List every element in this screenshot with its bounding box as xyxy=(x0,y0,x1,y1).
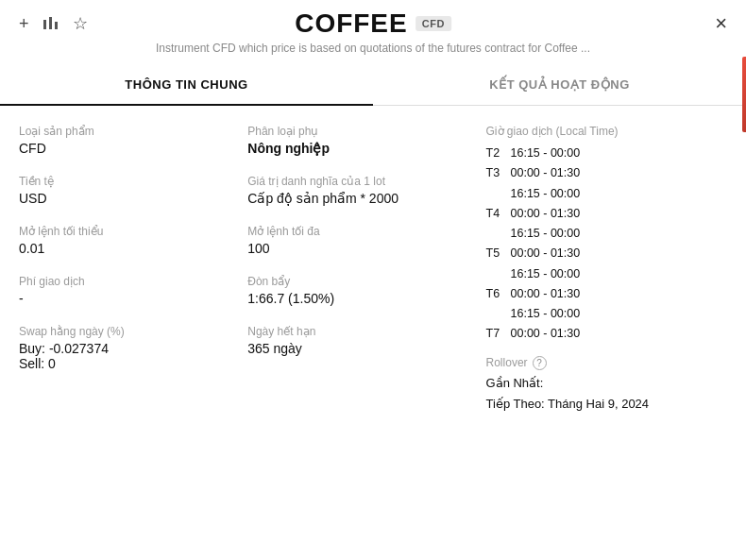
col-2: Phân loại phụ Nông nghiệp Giá trị danh n… xyxy=(247,125,476,545)
trading-row-t6-2: 16:15 - 00:00 xyxy=(486,304,727,324)
rollover-nearest: Gần Nhất: xyxy=(486,373,727,394)
trading-hours-table: T2 16:15 - 00:00 T3 00:00 - 01:30 16:15 … xyxy=(486,144,727,345)
field-ngay-het-han: Ngày hết hạn 365 ngày xyxy=(247,325,466,356)
rollover-help-icon[interactable]: ? xyxy=(533,356,547,370)
side-indicator xyxy=(742,57,746,132)
trading-row-t4-1: T4 00:00 - 01:30 xyxy=(486,204,727,224)
svg-rect-2 xyxy=(55,22,58,29)
chart-icon[interactable] xyxy=(42,15,59,33)
tab-content: Loại sản phẩm CFD Tiền tệ USD Mở lệnh tố… xyxy=(0,106,746,560)
svg-rect-1 xyxy=(49,17,52,29)
modal-container: + ☆ COFFEE CFD × Instrument CFD which pr… xyxy=(0,0,746,560)
close-button[interactable]: × xyxy=(715,13,727,34)
instrument-title: COFFEE xyxy=(295,8,408,39)
cfd-badge: CFD xyxy=(415,16,451,31)
trading-row-t3-2: 16:15 - 00:00 xyxy=(486,184,727,204)
tab-thong-tin-chung[interactable]: THÔNG TIN CHUNG xyxy=(0,64,373,105)
instrument-subtitle: Instrument CFD which price is based on q… xyxy=(0,42,746,64)
field-tien-te: Tiền tệ USD xyxy=(19,175,238,206)
field-gia-tri-danh-nghia: Giá trị danh nghĩa của 1 lot Cấp độ sản … xyxy=(247,175,466,206)
header-title-group: COFFEE CFD xyxy=(295,8,451,39)
trading-row-t4-2: 16:15 - 00:00 xyxy=(486,224,727,244)
header-actions: + ☆ xyxy=(19,13,88,34)
rollover-section: Rollover ? Gần Nhất: Tiếp Theo: Tháng Ha… xyxy=(486,356,727,415)
trading-row-t7: T7 00:00 - 01:30 xyxy=(486,324,727,344)
trading-row-t2: T2 16:15 - 00:00 xyxy=(486,144,727,163)
col-3: Giờ giao dịch (Local Time) T2 16:15 - 00… xyxy=(477,125,727,545)
field-phan-loai-phu: Phân loại phụ Nông nghiệp xyxy=(247,125,466,156)
trading-row-t6-1: T6 00:00 - 01:30 xyxy=(486,284,727,304)
rollover-next: Tiếp Theo: Tháng Hai 9, 2024 xyxy=(486,394,727,415)
modal-header: + ☆ COFFEE CFD × xyxy=(0,0,746,42)
trading-hours-title: Giờ giao dịch (Local Time) xyxy=(486,125,727,138)
plus-icon[interactable]: + xyxy=(19,14,29,34)
star-icon[interactable]: ☆ xyxy=(73,13,88,34)
trading-row-t5-2: 16:15 - 00:00 xyxy=(486,264,727,284)
trading-row-t5-1: T5 00:00 - 01:30 xyxy=(486,244,727,263)
field-swap: Swap hằng ngày (%) Buy: -0.027374 Sell: … xyxy=(19,325,238,371)
field-mo-lenh-toi-thieu: Mở lệnh tối thiểu 0.01 xyxy=(19,225,238,256)
field-phi-giao-dich: Phí giao dịch - xyxy=(19,275,238,306)
rollover-label: Rollover ? xyxy=(486,356,727,370)
col-1: Loại sản phẩm CFD Tiền tệ USD Mở lệnh tố… xyxy=(19,125,247,545)
field-mo-lenh-toi-da: Mở lệnh tối đa 100 xyxy=(247,225,466,256)
tab-ket-qua-hoat-dong[interactable]: KẾT QUẢ HOẠT ĐỘNG xyxy=(373,64,746,105)
trading-row-t3-1: T3 00:00 - 01:30 xyxy=(486,163,727,183)
field-don-bay: Đòn bẩy 1:66.7 (1.50%) xyxy=(247,275,466,306)
svg-rect-0 xyxy=(43,20,46,29)
tab-bar: THÔNG TIN CHUNG KẾT QUẢ HOẠT ĐỘNG xyxy=(0,64,746,106)
field-loai-san-pham: Loại sản phẩm CFD xyxy=(19,125,238,156)
